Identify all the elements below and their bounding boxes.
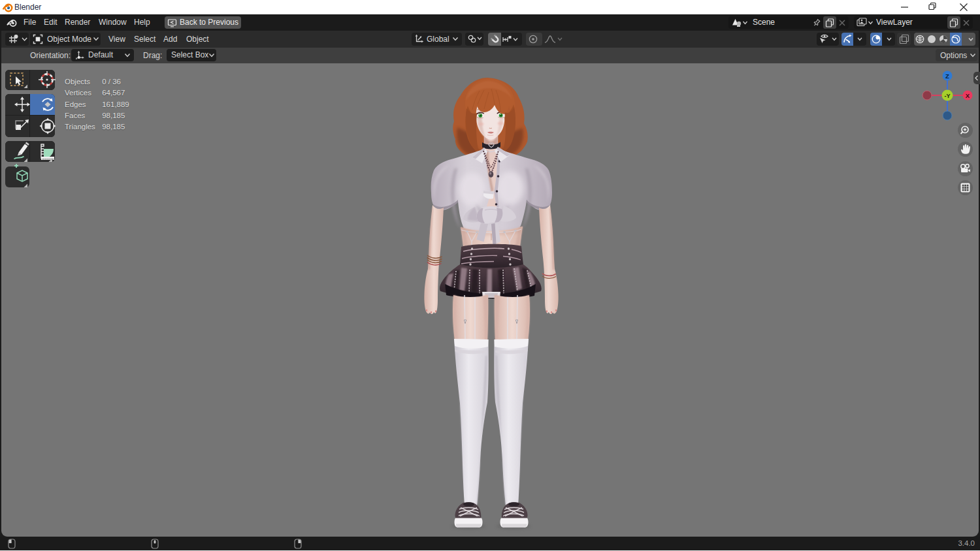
svg-text:Z: Z (945, 72, 949, 80)
svg-text:X: X (966, 92, 970, 99)
svg-text:-Y: -Y (945, 93, 951, 99)
